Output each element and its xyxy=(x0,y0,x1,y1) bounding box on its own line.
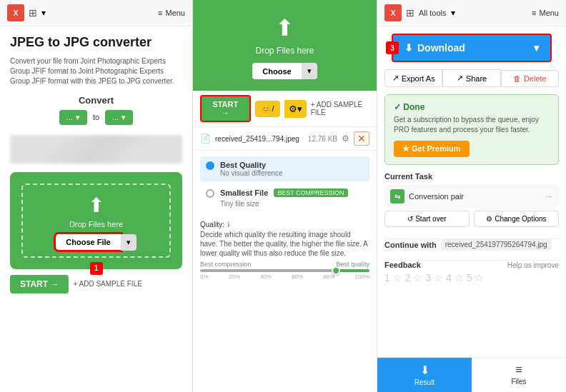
continue-with-section: Continue with received_254197795264794.j… xyxy=(377,239,566,260)
middle-drop-zone[interactable]: ⬆ Drop Files here Choose ▾ xyxy=(193,0,377,91)
conversion-icon: ⇆ xyxy=(390,189,404,203)
star-4[interactable]: 4 ☆ xyxy=(446,272,464,283)
smallest-file-desc: Tiny file size xyxy=(220,200,364,208)
chevron-down-icon: ▾ xyxy=(76,113,80,122)
quality-label: Quality: ℹ xyxy=(200,221,369,228)
convert-label: Convert xyxy=(10,95,182,106)
share-icon: ↗ xyxy=(457,74,463,83)
choose-file-row: Choose File ▾ xyxy=(29,234,164,251)
best-compression-badge: BEST COMPRESSION xyxy=(274,189,347,197)
file-icon: 📄 xyxy=(200,134,211,144)
settings-icon: ⚙ xyxy=(342,134,349,144)
files-label: Files xyxy=(511,378,526,386)
slider-min-label: Best compression xyxy=(200,261,252,268)
trash-icon: 🗑 xyxy=(513,74,521,83)
add-sample-middle[interactable]: + ADD SAMPLE FILE xyxy=(311,101,369,116)
left-panel: X ⊞ ▾ ≡ Menu JPEG to JPG converter Conve… xyxy=(0,0,193,392)
smallest-file-radio[interactable] xyxy=(206,189,214,198)
best-quality-option[interactable]: Best Quality No visual difference xyxy=(200,156,369,181)
add-sample-link[interactable]: + ADD SAMPLE FILE xyxy=(73,280,142,288)
slider-extremes: Best compression Best quality xyxy=(200,261,369,268)
middle-choose-row: Choose ▾ xyxy=(204,63,365,79)
info-icon: ℹ xyxy=(227,221,230,228)
change-options-button[interactable]: ⚙ Change Options xyxy=(474,211,559,227)
chevron-down-icon: ▾ xyxy=(121,113,126,122)
from-format-select[interactable]: ... ▾ xyxy=(59,110,87,125)
slider-thumb[interactable] xyxy=(332,266,340,275)
star-2[interactable]: 2 ☆ xyxy=(405,272,423,283)
file-close-button[interactable]: ✕ xyxy=(354,131,369,146)
slider-max-label: Best quality xyxy=(336,261,369,268)
current-task-section: Current Task ⇆ Conversion pair → ↺ Start… xyxy=(377,172,566,238)
done-box: ✓ Done Get a subscription to bypass the … xyxy=(384,94,559,165)
right-top-bar: X ⊞ All tools ▾ ≡ Menu xyxy=(377,0,566,26)
action-row: ↗ Export As ↗ Share 🗑 Delete xyxy=(377,69,566,87)
file-row: 📄 received_25419...794.jpeg 12.76 KB ⚙ ✕ xyxy=(193,127,377,151)
current-task-label: Current Task xyxy=(384,172,559,181)
page-desc: Convert your file from Joint Photographi… xyxy=(10,56,182,86)
step-3-badge: 3 xyxy=(386,41,399,54)
convert-row: ... ▾ to ... ▾ xyxy=(10,110,182,125)
middle-start-button[interactable]: START → xyxy=(200,95,251,122)
smallest-file-title: Smallest File xyxy=(220,189,268,197)
task-actions: ↺ Start over ⚙ Change Options xyxy=(384,211,559,227)
blurred-preview xyxy=(10,135,182,164)
middle-choose-button[interactable]: Choose xyxy=(252,63,301,79)
conversion-pair-label: Conversion pair xyxy=(409,192,540,201)
feedback-label: Feedback xyxy=(384,261,421,269)
export-icon: ↗ xyxy=(392,74,399,83)
hamburger-icon: ≡ xyxy=(158,9,162,17)
conversion-pair-item[interactable]: ⇆ Conversion pair → xyxy=(384,185,559,208)
to-label: to xyxy=(93,113,99,121)
step-1-badge: 1 xyxy=(90,262,103,275)
delete-button[interactable]: 🗑 Delete xyxy=(501,70,559,87)
download-chevron: ▾ xyxy=(534,42,539,54)
result-icon: ⬇ xyxy=(420,363,430,377)
drop-zone[interactable]: ⬆ Drop Files here Choose File ▾ 1 xyxy=(10,172,182,269)
continue-file: received_254197795264794.jpg xyxy=(441,239,552,250)
star-3[interactable]: 3 ☆ xyxy=(425,272,443,283)
right-logo-icon: X xyxy=(384,4,402,21)
choose-file-dropdown[interactable]: ▾ xyxy=(121,234,136,251)
grid-icon: ⊞ xyxy=(29,7,37,19)
star-1[interactable]: 1 ☆ xyxy=(384,272,402,283)
middle-choose-dropdown[interactable]: ▾ xyxy=(302,63,317,79)
start-btn-row: START → + ADD SAMPLE FILE xyxy=(10,275,182,293)
star-5[interactable]: 5 ☆ xyxy=(467,272,485,283)
slash-icon: / xyxy=(272,104,274,113)
share-button[interactable]: ↗ Share xyxy=(442,69,500,87)
continue-row: Continue with received_254197795264794.j… xyxy=(384,239,559,250)
hamburger-icon: ≡ xyxy=(532,9,536,17)
quality-section: Best Quality No visual difference Smalle… xyxy=(193,151,377,221)
upload-icon: ⬆ xyxy=(29,194,164,217)
bottom-nav: ⬇ Result ≡ Files xyxy=(377,357,566,392)
chevron-down-icon: ▾ xyxy=(451,8,455,18)
page-title: JPEG to JPG converter xyxy=(10,35,182,51)
download-button[interactable]: 3 ⬇ Download ▾ xyxy=(392,34,552,62)
timer-button[interactable]: 😊 / xyxy=(255,101,280,117)
result-label: Result xyxy=(414,378,435,386)
smallest-file-option[interactable]: Smallest File BEST COMPRESSION Tiny file… xyxy=(200,184,369,212)
logo-icon: X xyxy=(7,4,24,21)
premium-button[interactable]: ★ Get Premium xyxy=(394,141,470,157)
to-format-select[interactable]: ... ▾ xyxy=(105,110,133,125)
right-menu-button[interactable]: ≡ Menu xyxy=(532,9,559,17)
choose-file-button[interactable]: Choose File xyxy=(56,234,120,250)
best-quality-radio[interactable] xyxy=(206,161,214,170)
menu-button[interactable]: ≡ Menu xyxy=(158,9,185,17)
middle-panel: ⬆ Drop Files here Choose ▾ START → 😊 / ⚙… xyxy=(193,0,377,392)
result-nav-item[interactable]: ⬇ Result xyxy=(377,358,472,392)
download-icon: ⬇ xyxy=(404,42,413,54)
start-over-button[interactable]: ↺ Start over xyxy=(384,211,470,227)
stars-row: 1 ☆ 2 ☆ 3 ☆ 4 ☆ 5 ☆ xyxy=(384,272,559,283)
feedback-section: Feedback Help us improve 1 ☆ 2 ☆ 3 ☆ 4 ☆… xyxy=(377,261,566,283)
files-nav-item[interactable]: ≡ Files xyxy=(472,358,566,392)
start-button[interactable]: START → xyxy=(10,275,69,293)
middle-start-row: START → 😊 / ⚙▾ + ADD SAMPLE FILE xyxy=(193,91,377,127)
task-arrow-icon: → xyxy=(545,191,553,201)
done-title: ✓ Done xyxy=(394,102,550,112)
right-grid-icon: ⊞ xyxy=(406,7,414,19)
quality-slider[interactable] xyxy=(200,269,369,272)
timer-dropdown[interactable]: ⚙▾ xyxy=(284,100,307,118)
export-as-button[interactable]: ↗ Export As xyxy=(384,69,442,87)
